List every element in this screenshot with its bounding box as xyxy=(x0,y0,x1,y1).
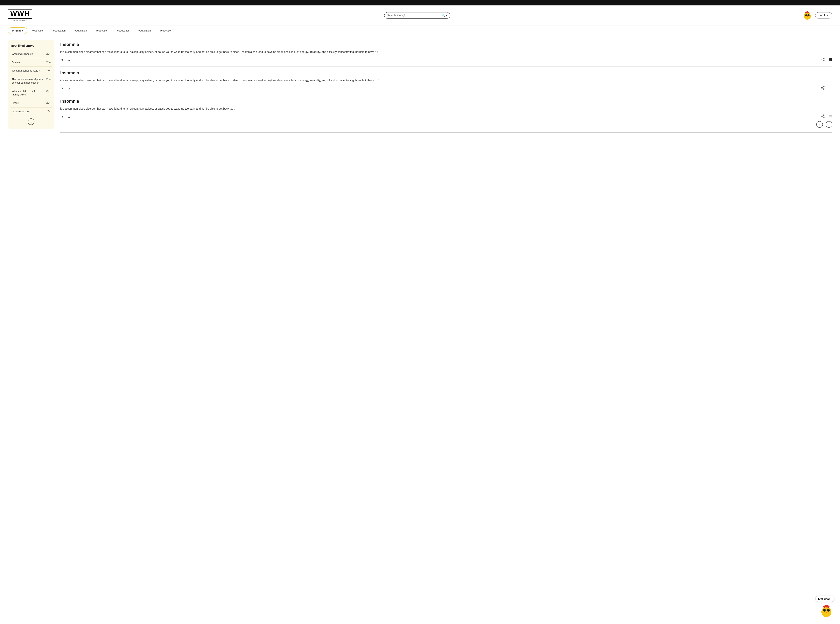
logo-subtitle: WordWise Hub xyxy=(13,19,27,22)
article-vote-2: ▾ ▴ xyxy=(60,114,71,119)
download-circle-icon: ↓ xyxy=(28,118,34,125)
sidebar-item-3[interactable]: The reasons to use slippers on your summ… xyxy=(11,75,52,87)
svg-point-28 xyxy=(823,117,825,118)
sidebar-item-text-2: What happened to Kate? xyxy=(12,69,44,73)
share-icon-1 xyxy=(821,86,825,90)
article-right-actions-2 xyxy=(821,114,832,119)
sidebar-item-count-4: 234 xyxy=(46,90,51,92)
article-actions-2: ▾ ▴ xyxy=(60,114,832,119)
bottom-nav-down-button[interactable]: ↓ xyxy=(816,121,823,128)
downvote-button-1[interactable]: ▾ xyxy=(60,86,64,91)
article-right-actions-0 xyxy=(821,57,832,62)
share-button-2[interactable] xyxy=(821,114,825,119)
sidebar-item-text-5: Pitbull xyxy=(12,101,44,105)
nav-tab-6[interactable]: #education xyxy=(134,28,155,34)
nav-tab-5[interactable]: #education xyxy=(113,28,134,34)
sidebar-title: Most liked entrys xyxy=(11,44,52,47)
downvote-button-0[interactable]: ▾ xyxy=(60,57,64,62)
bottom-nav: ↓ ↑ xyxy=(60,119,832,128)
logo-container: WWH WordWise Hub xyxy=(8,9,32,22)
login-label: Log In xyxy=(819,14,826,17)
svg-line-14 xyxy=(822,59,823,59)
svg-line-15 xyxy=(822,60,823,60)
nav-tab-4[interactable]: #education xyxy=(91,28,113,34)
mascot-icon xyxy=(802,10,812,20)
menu-button-0[interactable] xyxy=(828,57,832,62)
sidebar-item-text-0: Watering Schedule xyxy=(12,52,44,56)
menu-icon-1 xyxy=(828,86,832,90)
sidebar-item-6[interactable]: Pitbull new song 234 xyxy=(11,108,52,116)
article-title-2: Insomnia xyxy=(60,99,832,104)
article-card-0: Insomnia it is a common sleep disorder t… xyxy=(60,40,832,66)
sidebar-item-5[interactable]: Pitbull 234 xyxy=(11,99,52,107)
search-input[interactable] xyxy=(387,14,442,17)
sidebar-item-count-3: 234 xyxy=(46,77,51,80)
article-vote-0: ▾ ▴ xyxy=(60,57,71,62)
svg-line-31 xyxy=(822,116,823,117)
article-body-2: it is a common sleep disorder that can m… xyxy=(60,107,832,111)
menu-button-2[interactable] xyxy=(828,114,832,119)
nav-tab-3[interactable]: #education xyxy=(70,28,91,34)
article-right-actions-1 xyxy=(821,86,832,91)
svg-line-22 xyxy=(822,87,823,88)
svg-point-9 xyxy=(805,12,807,14)
upvote-button-2[interactable]: ▴ xyxy=(67,114,71,119)
articles-container: Insomnia it is a common sleep disorder t… xyxy=(60,40,832,134)
upvote-button-1[interactable]: ▴ xyxy=(67,86,71,91)
svg-point-21 xyxy=(821,87,822,88)
svg-line-23 xyxy=(822,88,823,89)
sidebar-item-0[interactable]: Watering Schedule 234 xyxy=(11,50,52,58)
search-icon: 🔍 xyxy=(442,14,446,17)
share-button-1[interactable] xyxy=(821,86,825,91)
sidebar-item-count-6: 234 xyxy=(46,110,51,113)
downvote-button-2[interactable]: ▾ xyxy=(60,114,64,119)
login-chevron-icon: ▾ xyxy=(827,14,829,17)
sidebar-item-count-5: 234 xyxy=(46,101,51,104)
nav-tab-7[interactable]: #education xyxy=(155,28,177,34)
article-title-0: Insomnia xyxy=(60,42,832,47)
article-vote-1: ▾ ▴ xyxy=(60,86,71,91)
header-right: Log In ▾ xyxy=(802,10,832,20)
article-card-1: Insomnia it is a common sleep disorder t… xyxy=(60,68,832,95)
menu-button-1[interactable] xyxy=(828,86,832,91)
svg-point-20 xyxy=(823,88,825,90)
sidebar: Most liked entrys Watering Schedule 234 … xyxy=(8,40,54,129)
share-icon-0 xyxy=(821,57,825,62)
sidebar-item-count-1: 234 xyxy=(46,61,51,63)
svg-point-29 xyxy=(821,116,822,117)
article-card-2: Insomnia it is a common sleep disorder t… xyxy=(60,97,832,133)
menu-icon-2 xyxy=(828,114,832,118)
logo: WWH xyxy=(8,9,32,19)
svg-point-13 xyxy=(821,59,822,60)
article-body-0: it is a common sleep disorder that can m… xyxy=(60,50,832,54)
sidebar-item-4[interactable]: What can I do to make money quick 234 xyxy=(11,87,52,99)
article-actions-0: ▾ ▴ xyxy=(60,57,832,62)
login-button[interactable]: Log In ▾ xyxy=(815,12,832,19)
svg-point-27 xyxy=(823,114,825,116)
svg-point-19 xyxy=(823,86,825,87)
nav-tab-2[interactable]: #education xyxy=(49,28,70,34)
top-bar xyxy=(0,0,840,5)
menu-icon-0 xyxy=(828,57,832,62)
bottom-nav-up-button[interactable]: ↑ xyxy=(826,121,832,128)
svg-point-12 xyxy=(823,60,825,61)
nav-tab-1[interactable]: #education xyxy=(28,28,49,34)
upvote-button-0[interactable]: ▴ xyxy=(67,57,71,62)
search-button[interactable]: 🔍 ▾ xyxy=(442,14,447,17)
share-button-0[interactable] xyxy=(821,57,825,62)
nav-tab-0[interactable]: #Agenda xyxy=(8,28,28,34)
sidebar-download-button[interactable]: ↓ xyxy=(11,118,52,125)
sidebar-item-count-0: 234 xyxy=(46,52,51,55)
sidebar-item-text-4: What can I do to make money quick xyxy=(12,90,44,96)
article-body-1: it is a common sleep disorder that can m… xyxy=(60,78,832,83)
share-icon-2 xyxy=(821,114,825,118)
sidebar-item-text-1: Obama xyxy=(12,61,44,64)
search-bar: 🔍 ▾ xyxy=(384,12,450,19)
search-container: 🔍 ▾ xyxy=(384,12,450,19)
sidebar-item-1[interactable]: Obama 234 xyxy=(11,58,52,67)
nav-tabs: #Agenda#education#education#education#ed… xyxy=(0,25,840,36)
article-title-1: Insomnia xyxy=(60,70,832,76)
sidebar-item-2[interactable]: What happened to Kate? 234 xyxy=(11,67,52,75)
sidebar-item-text-3: The reasons to use slippers on your summ… xyxy=(12,77,44,85)
article-actions-1: ▾ ▴ xyxy=(60,86,832,91)
